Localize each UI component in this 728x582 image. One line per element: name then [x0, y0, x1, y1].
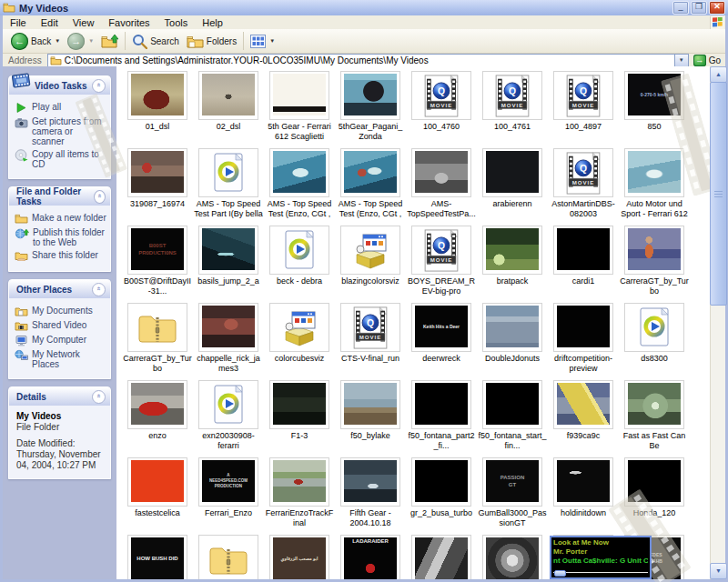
media-player-popup[interactable]: Look at Me NowMr. Porternt Outta Ca$hvil… — [550, 536, 652, 579]
file-item[interactable]: blazingcolorsviz — [335, 226, 406, 303]
file-item[interactable]: QMOVIECTS-V-final_run — [335, 303, 406, 380]
views-button[interactable]: ▼ — [247, 31, 278, 51]
sidebar-link-make-a-new-folder[interactable]: Make a new folder — [15, 213, 106, 225]
file-item[interactable]: A NEED4SPEED.COM PRODUCTIONFerrari_Enzo — [193, 457, 264, 535]
file-item[interactable]: 319087_16974 — [122, 148, 193, 226]
file-item[interactable]: 5th Gear - Ferrari 612 Scaglietti — [264, 71, 335, 148]
views-dropdown-icon[interactable]: ▼ — [269, 38, 275, 44]
file-item[interactable]: DoubleJdonuts — [477, 303, 548, 380]
file-item[interactable]: f50_fontana_start_fin... — [477, 380, 548, 457]
menu-item-favorites[interactable]: Favorites — [101, 17, 157, 28]
file-item[interactable]: AMS - Top Speed Test (Enzo, CGt , SLR, M… — [335, 148, 406, 226]
file-item[interactable]: B00ST PR0DUCTI0NSB00ST@DriftDayII-31... — [122, 226, 193, 303]
back-dropdown-icon[interactable]: ▼ — [55, 38, 60, 44]
sidebar-link-get-pictures-from-camera-or-scanner[interactable]: Get pictures from camera or scanner — [15, 116, 106, 146]
file-item-label: DoubleJdonuts — [477, 354, 548, 364]
panel-header[interactable]: Details« — [9, 387, 110, 406]
file-item[interactable]: QMOVIE100_4897 — [548, 71, 619, 148]
sidebar-link-play-all[interactable]: Play all — [15, 102, 106, 114]
file-item[interactable]: CarreraGT_by_Turbo — [122, 303, 193, 380]
file-item[interactable] — [406, 535, 477, 579]
panel-header[interactable]: File and Folder Tasks« — [9, 187, 110, 206]
file-item[interactable]: Fifth Gear - 2004.10.18 — [335, 457, 406, 535]
file-item[interactable]: HOW BUSH DID — [122, 535, 193, 579]
scroll-up-button[interactable]: ▲ — [710, 66, 727, 83]
file-item[interactable]: QMOVIEAstonMartinDBS-082003 — [548, 148, 619, 226]
file-item[interactable]: Fast as Fast Can Be — [619, 380, 690, 457]
file-item[interactable]: fastestcelica — [122, 457, 193, 535]
file-item[interactable]: Auto Motor und Sport - Ferrari 612 Scagl… — [619, 148, 690, 226]
address-input[interactable]: C:\Documents and Settings\Administrator.… — [47, 54, 675, 67]
window-icon[interactable] — [3, 0, 15, 16]
file-item[interactable]: CarreraGT_by_Turbo — [619, 226, 690, 303]
scroll-down-button[interactable]: ▼ — [710, 563, 727, 579]
sidebar-link-my-network-places[interactable]: My Network Places — [15, 349, 106, 369]
file-item[interactable]: ابو مصعب الزرقاوي — [264, 535, 335, 579]
file-item[interactable]: basils_jump_2_a — [193, 226, 264, 303]
sidebar-link-shared-video[interactable]: Shared Video — [15, 320, 106, 332]
close-button[interactable]: ✕ — [709, 1, 725, 15]
vertical-scrollbar[interactable]: ▲ ▼ — [710, 66, 725, 579]
file-item[interactable]: f50_fontana_part2_fi... — [406, 380, 477, 457]
file-item[interactable]: 02_dsl — [193, 71, 264, 148]
sidebar-link-copy-all-items-to-cd[interactable]: Copy all items to CD — [15, 149, 106, 169]
go-button[interactable]: → Go — [689, 55, 725, 66]
file-item[interactable]: AMS-TopSpeedTestPa... — [406, 148, 477, 226]
sidebar-link-share-this-folder[interactable]: Share this folder — [15, 250, 106, 262]
file-item[interactable]: f50_bylake — [335, 380, 406, 457]
menu-item-help[interactable]: Help — [195, 17, 230, 28]
file-item[interactable]: driftcompetition-preview — [548, 303, 619, 380]
file-item[interactable]: colorcubesviz — [264, 303, 335, 380]
file-item[interactable]: Honda_120 — [619, 457, 690, 535]
sidebar-link-publish-this-folder-to-the-web[interactable]: Publish this folder to the Web — [15, 227, 106, 247]
collapse-chevron-icon[interactable]: « — [94, 190, 106, 204]
file-item[interactable] — [477, 535, 548, 579]
collapse-chevron-icon[interactable]: « — [92, 79, 106, 93]
seek-bar[interactable] — [553, 570, 648, 576]
collapse-chevron-icon[interactable]: « — [92, 283, 106, 296]
file-item[interactable]: QMOVIEBOYS_DREAM_REV-big-pro — [406, 226, 477, 303]
sidebar-link-my-documents[interactable]: My Documents — [15, 306, 106, 317]
address-dropdown-button[interactable]: ▼ — [675, 54, 689, 67]
file-item[interactable] — [193, 535, 264, 579]
file-item[interactable]: AMS - Top Speed Test Part I(By bella Maq… — [193, 148, 264, 226]
restore-button[interactable]: ❐ — [691, 1, 707, 15]
collapse-chevron-icon[interactable]: « — [92, 390, 106, 404]
file-item[interactable]: arabierenn — [477, 148, 548, 226]
menu-item-tools[interactable]: Tools — [157, 17, 196, 28]
file-item[interactable]: 0-270-5 km/h850 — [619, 71, 690, 148]
file-item[interactable]: FerrariEnzoTrackFinal — [264, 457, 335, 535]
file-item[interactable]: 01_dsl — [122, 71, 193, 148]
menu-item-edit[interactable]: Edit — [34, 17, 66, 28]
forward-button[interactable]: → ▼ — [64, 31, 97, 51]
file-item[interactable]: enzo — [122, 380, 193, 457]
up-button[interactable] — [97, 31, 122, 51]
file-item[interactable]: f939ca9c — [548, 380, 619, 457]
file-item[interactable]: beck - debra — [264, 226, 335, 303]
file-item[interactable]: gr_2_busa_turbo — [406, 457, 477, 535]
file-item[interactable]: bratpack — [477, 226, 548, 303]
file-item[interactable]: 5thGear_Pagani_Zonda — [335, 71, 406, 148]
file-item[interactable]: chappelle_rick_james3 — [193, 303, 264, 380]
scrollbar-thumb[interactable] — [710, 82, 727, 306]
file-item[interactable]: holdinitdown — [548, 457, 619, 535]
back-button[interactable]: ← Back ▼ — [7, 31, 64, 51]
minimize-button[interactable]: _ — [672, 1, 689, 15]
file-item[interactable]: LADARAIDER — [335, 535, 406, 579]
file-item[interactable]: QMOVIE100_4761 — [477, 71, 548, 148]
file-item[interactable]: Keith Hits a Deerdeerwreck — [406, 303, 477, 380]
search-button[interactable]: Search — [128, 31, 183, 51]
file-item[interactable]: PASSION GTGumBall3000_PassionGT — [477, 457, 548, 535]
file-item[interactable]: QMOVIE100_4760 — [406, 71, 477, 148]
menu-item-view[interactable]: View — [66, 17, 102, 28]
sidebar-link-my-computer[interactable]: My Computer — [15, 335, 106, 346]
file-item[interactable]: F1-3 — [264, 380, 335, 457]
folders-button[interactable]: Folders — [183, 31, 240, 51]
file-item[interactable]: ds8300 — [619, 303, 690, 380]
file-item[interactable]: cardi1 — [548, 226, 619, 303]
file-item[interactable]: exn20030908-ferarri — [193, 380, 264, 457]
menu-item-file[interactable]: File — [3, 17, 34, 28]
file-item[interactable]: AMS - Top Speed Test (Enzo, CGt , SLR, .… — [264, 148, 335, 226]
panel-header[interactable]: Other Places« — [9, 280, 110, 298]
seek-knob[interactable] — [554, 570, 566, 577]
